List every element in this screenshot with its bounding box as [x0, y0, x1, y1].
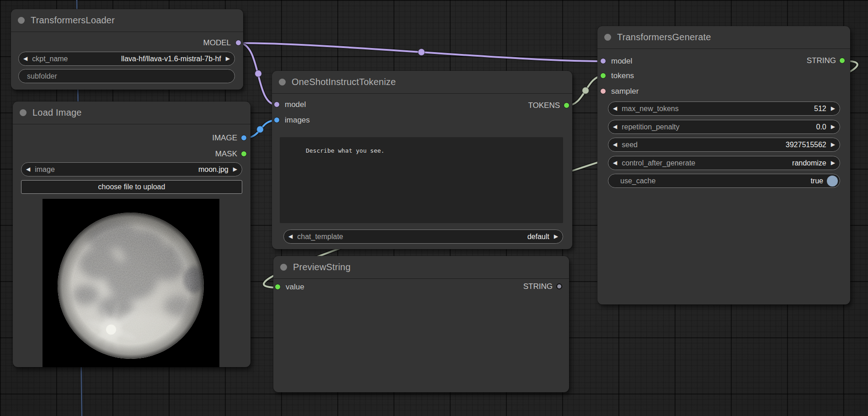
output-port-string[interactable] [839, 58, 845, 64]
input-label-tokens: tokens [611, 71, 634, 80]
widget-name: control_after_generate [622, 159, 695, 167]
widget-max-new-tokens[interactable]: ◀ max_new_tokens 512 ▶ [608, 101, 840, 116]
prompt-text: Describe what you see. [306, 147, 384, 154]
widget-name: ckpt_name [32, 55, 68, 63]
left-arrow-icon[interactable]: ◀ [21, 163, 35, 176]
widget-value: moon.jpg [193, 165, 229, 174]
link-midpoint-dot[interactable] [257, 126, 264, 133]
node-status-dot[interactable] [280, 264, 287, 271]
widget-name: repetition_penalty [622, 123, 679, 131]
node-oneshotinstructtokenize[interactable]: OneShotInstructTokenize model images TOK… [272, 71, 572, 249]
left-arrow-icon[interactable]: ◀ [284, 230, 297, 243]
input-port-tokens[interactable] [600, 73, 606, 79]
node-graph-canvas[interactable]: TransformersLoader MODEL ◀ ckpt_name lla… [0, 0, 868, 416]
input-port-model[interactable] [274, 101, 280, 107]
widget-name: image [35, 165, 55, 174]
widget-ckpt-name[interactable]: ◀ ckpt_name llava-hf/llava-v1.6-mistral-… [18, 52, 235, 66]
right-arrow-icon[interactable]: ▶ [221, 52, 234, 65]
widget-image-select[interactable]: ◀ image moon.jpg ▶ [21, 162, 242, 176]
widget-control-after-generate[interactable]: ◀ control_after_generate randomize ▶ [608, 156, 840, 170]
input-label-model: model [285, 100, 306, 109]
output-port-string[interactable] [556, 283, 562, 289]
widget-seed[interactable]: ◀ seed 3927515562 ▶ [608, 138, 840, 152]
node-title: TransformersLoader [31, 15, 115, 26]
right-arrow-icon[interactable]: ▶ [826, 120, 840, 133]
widget-value: llava-hf/llava-v1.6-mistral-7b-hf [116, 55, 221, 63]
link-midpoint-dot[interactable] [418, 49, 425, 56]
left-arrow-icon[interactable]: ◀ [608, 102, 622, 115]
right-arrow-icon[interactable]: ▶ [826, 156, 840, 170]
node-status-dot[interactable] [604, 34, 611, 41]
node-status-dot[interactable] [18, 17, 25, 24]
output-port-mask[interactable] [241, 151, 247, 157]
widget-repetition-penalty[interactable]: ◀ repetition_penalty 0.0 ▶ [608, 120, 840, 134]
moon-image [43, 199, 219, 367]
right-arrow-icon[interactable]: ▶ [549, 230, 563, 243]
node-transformersloader[interactable]: TransformersLoader MODEL ◀ ckpt_name lla… [11, 9, 243, 90]
output-port-tokens[interactable] [564, 102, 570, 108]
right-arrow-icon[interactable]: ▶ [229, 163, 242, 176]
output-label-mask: MASK [215, 149, 237, 159]
node-title: OneShotInstructTokenize [292, 77, 396, 87]
input-label-model: model [611, 57, 632, 66]
node-header: OneShotInstructTokenize [272, 71, 572, 94]
input-label-images: images [285, 116, 310, 125]
input-port-model[interactable] [600, 58, 606, 64]
widget-name: use_cache [608, 177, 655, 185]
node-header: PreviewString [273, 256, 569, 279]
input-label-sampler: sampler [611, 87, 639, 96]
wire-model-to-generate[interactable] [239, 43, 603, 61]
widget-value: default [522, 233, 549, 241]
widget-name: chat_template [297, 233, 343, 241]
output-label-string: STRING [807, 56, 836, 65]
wire-model-to-tokenize[interactable] [239, 43, 277, 105]
left-arrow-icon[interactable]: ◀ [608, 156, 622, 170]
prompt-textarea[interactable]: Describe what you see. [280, 137, 563, 223]
widget-chat-template[interactable]: ◀ chat_template default ▶ [283, 229, 563, 244]
left-arrow-icon[interactable]: ◀ [19, 52, 32, 65]
boolean-toggle-icon[interactable] [827, 176, 838, 187]
link-midpoint-dot[interactable] [255, 70, 262, 77]
node-title: PreviewString [293, 262, 351, 272]
node-transformersgenerate[interactable]: TransformersGenerate model tokens sample… [597, 26, 850, 304]
node-header: TransformersGenerate [597, 26, 850, 49]
widget-name: subfolder [19, 72, 57, 80]
node-title: Load Image [32, 107, 82, 118]
widget-value: 0.0 [811, 123, 826, 131]
node-status-dot[interactable] [279, 79, 286, 85]
left-arrow-icon[interactable]: ◀ [608, 120, 622, 133]
input-port-sampler[interactable] [600, 88, 606, 94]
upload-button[interactable]: choose file to upload [21, 180, 242, 194]
node-title: TransformersGenerate [617, 32, 711, 43]
widget-value: 512 [809, 105, 826, 113]
node-header: Load Image [13, 101, 250, 124]
widget-value: 3927515562 [780, 141, 826, 149]
input-label-value: value [286, 283, 304, 292]
output-label-image: IMAGE [212, 133, 237, 143]
right-arrow-icon[interactable]: ▶ [826, 138, 840, 151]
upload-button-label: choose file to upload [98, 183, 165, 191]
left-arrow-icon[interactable]: ◀ [608, 138, 622, 151]
node-header: TransformersLoader [11, 9, 243, 32]
widget-name: seed [622, 141, 638, 149]
widget-name: max_new_tokens [622, 105, 679, 113]
widget-subfolder[interactable]: subfolder [18, 69, 235, 83]
output-port-model[interactable] [235, 40, 241, 46]
output-port-image[interactable] [241, 135, 247, 141]
right-arrow-icon[interactable]: ▶ [826, 102, 840, 115]
widget-value: true [805, 177, 823, 185]
output-label-model: MODEL [203, 38, 231, 48]
node-load-image[interactable]: Load Image IMAGE MASK ◀ image moon.jpg ▶… [13, 101, 250, 367]
output-label-string: STRING [523, 282, 553, 291]
input-port-images[interactable] [274, 117, 280, 123]
output-label-tokens: TOKENS [528, 101, 560, 110]
node-previewstring[interactable]: PreviewString value STRING [273, 256, 569, 392]
node-status-dot[interactable] [20, 109, 27, 116]
widget-use-cache[interactable]: use_cache true [608, 174, 840, 188]
input-port-value[interactable] [275, 284, 281, 290]
image-preview-moon [43, 199, 219, 367]
link-midpoint-dot[interactable] [582, 87, 589, 94]
widget-value: randomize [787, 159, 826, 167]
